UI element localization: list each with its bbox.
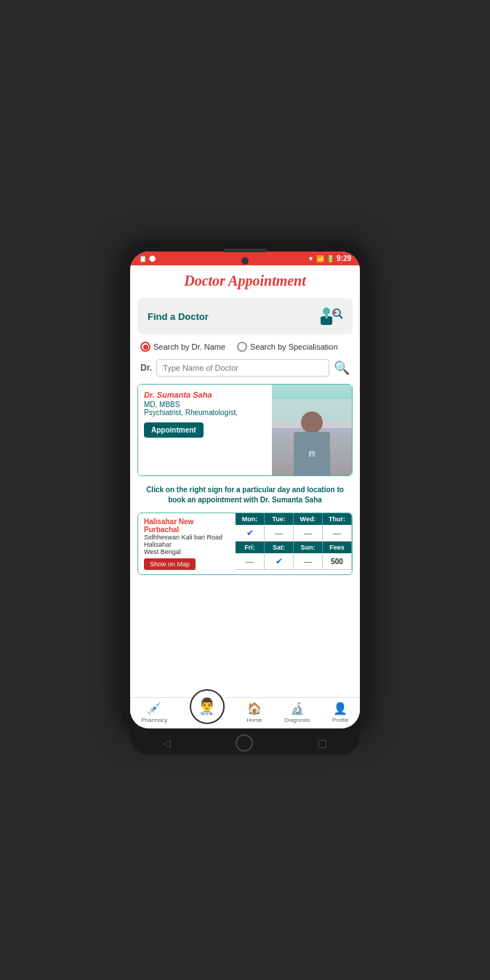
notification-icon: 📋 <box>139 255 147 262</box>
doctor-search-icon <box>316 305 342 327</box>
radio-specialisation-label: Search by Specialisation <box>250 342 337 351</box>
find-doctor-box: Find a Doctor <box>137 298 353 334</box>
day-value-row-1: ✔ — — — <box>236 525 352 542</box>
sat-value[interactable]: ✔ <box>265 553 294 570</box>
diagnosis-label: Diagnosis <box>284 717 310 723</box>
thur-value: — <box>323 525 352 542</box>
sun-header: Sun: <box>294 542 323 553</box>
show-map-button[interactable]: Show on Map <box>144 558 196 570</box>
doctor-speciality: Psychiatrist, Rheumatologist, <box>144 409 266 417</box>
status-right: ▼ 📶 🔋 9:29 <box>308 254 351 262</box>
mon-value[interactable]: ✔ <box>236 525 265 542</box>
doctor-degree: MD, MBBS <box>144 401 266 409</box>
phone-speaker <box>223 249 267 252</box>
location-sub2: Halisahar <box>144 541 230 548</box>
pharmacy-label: Pharmacy <box>141 717 167 723</box>
bottom-nav: 💉 Pharmacy 👨‍⚕️ 🏠 Home 🔬 Diagnosis 👤 Pro… <box>130 697 360 728</box>
radio-name[interactable] <box>140 342 150 352</box>
doctor-nav-circle: 👨‍⚕️ <box>190 689 225 724</box>
location-sub3: West Bengal <box>144 548 230 555</box>
radio-name-label: Search by Dr. Name <box>153 342 225 351</box>
profile-icon: 👤 <box>333 702 348 715</box>
mon-header: Mon: <box>236 513 265 525</box>
search-magnifier-icon[interactable]: 🔍 <box>334 360 350 376</box>
phone-screen: 📋 ⬤ ▼ 📶 🔋 9:29 Doctor Appointment Find a… <box>130 252 360 728</box>
nav-home[interactable]: 🏠 Home <box>246 702 262 723</box>
home-button[interactable] <box>236 734 253 752</box>
battery-icon: 🔋 <box>326 255 334 262</box>
app-title: Doctor Appointment <box>130 265 360 295</box>
radio-name-group[interactable]: Search by Dr. Name <box>140 342 225 352</box>
location-info: Halisahar New Purbachal Sidhheswari Kali… <box>138 513 236 574</box>
radio-specialisation[interactable] <box>237 342 247 352</box>
time-display: 9:29 <box>337 254 351 262</box>
doctor-card: Dr. Sumanta Saha MD, MBBS Psychiatrist, … <box>137 384 353 476</box>
tue-value: — <box>265 525 294 542</box>
circle-icon: ⬤ <box>149 255 156 262</box>
nav-profile[interactable]: 👤 Profile <box>332 702 349 723</box>
dr-label: Dr. <box>140 363 152 373</box>
doctor-nav-icon: 👨‍⚕️ <box>197 697 217 716</box>
phone-frame: 📋 ⬤ ▼ 📶 🔋 9:29 Doctor Appointment Find a… <box>121 243 369 737</box>
phone-camera <box>241 257 249 265</box>
search-row: Dr. 🔍 <box>130 356 360 379</box>
wifi-icon: ▼ <box>308 255 314 262</box>
profile-label: Profile <box>332 717 349 723</box>
nav-doctor[interactable]: 👨‍⚕️ <box>190 701 225 724</box>
fri-value: — <box>236 553 265 570</box>
schedule-grid: Halisahar New Purbachal Sidhheswari Kali… <box>138 513 352 574</box>
bottom-spacer <box>130 578 360 587</box>
diagnosis-icon: 🔬 <box>290 702 305 715</box>
svg-rect-2 <box>325 315 328 318</box>
day-header-row-2: Fri: Sat: Sun: Fees <box>236 542 352 553</box>
day-header-row-1: Mon: Tue: Wed: Thur: <box>236 513 352 525</box>
signal-icon: 📶 <box>316 255 324 262</box>
fri-header: Fri: <box>236 542 265 553</box>
nav-pharmacy[interactable]: 💉 Pharmacy <box>141 702 167 723</box>
wed-header: Wed: <box>294 513 323 525</box>
tue-header: Tue: <box>265 513 294 525</box>
fees-header: Fees <box>323 542 352 553</box>
sat-header: Sat: <box>265 542 294 553</box>
fees-value: 500 <box>323 553 352 570</box>
status-left: 📋 ⬤ <box>139 255 156 262</box>
pharmacy-icon: 💉 <box>147 702 161 715</box>
svg-rect-6 <box>334 313 337 314</box>
svg-point-0 <box>323 308 330 315</box>
schedule-days: Mon: Tue: Wed: Thur: ✔ — — — <box>236 513 352 574</box>
home-label: Home <box>246 717 262 723</box>
phone-home-bar: ◁ ▢ <box>130 728 360 755</box>
location-sub1: Sidhheswari Kali bari Road <box>144 534 230 541</box>
back-button[interactable]: ◁ <box>163 737 171 749</box>
thur-header: Thur: <box>323 513 352 525</box>
app-content: Doctor Appointment Find a Doctor <box>130 265 360 697</box>
location-name: Halisahar New Purbachal <box>144 518 230 534</box>
doctor-photo: 👔 <box>272 385 352 475</box>
find-doctor-label: Find a Doctor <box>148 311 209 322</box>
radio-specialisation-group[interactable]: Search by Specialisation <box>237 342 337 352</box>
doctor-name: Dr. Sumanta Saha <box>144 390 266 399</box>
schedule-table: Halisahar New Purbachal Sidhheswari Kali… <box>137 513 353 575</box>
nav-diagnosis[interactable]: 🔬 Diagnosis <box>284 702 310 723</box>
sun-value: — <box>294 553 323 570</box>
wed-value: — <box>294 525 323 542</box>
search-input[interactable] <box>156 359 329 377</box>
day-value-row-2: — ✔ — 500 <box>236 553 352 570</box>
home-icon: 🏠 <box>247 702 262 715</box>
search-options: Search by Dr. Name Search by Specialisat… <box>130 337 360 356</box>
appointment-button[interactable]: Appointment <box>144 422 204 438</box>
click-info-text: Click on the right sign for a particular… <box>130 481 360 510</box>
svg-line-4 <box>340 316 342 318</box>
doctor-info: Dr. Sumanta Saha MD, MBBS Psychiatrist, … <box>138 385 272 475</box>
recents-button[interactable]: ▢ <box>318 737 327 749</box>
